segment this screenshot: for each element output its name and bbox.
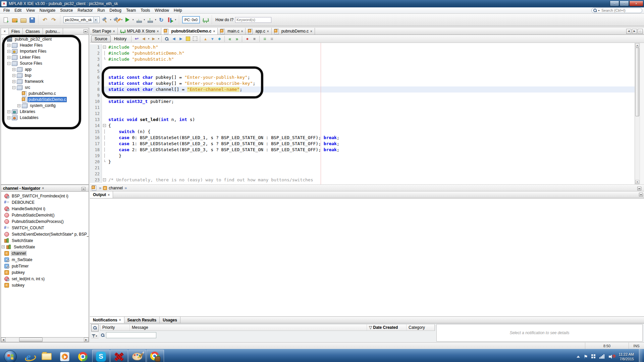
output-body[interactable] [90,198,644,316]
hidden-icons-icon[interactable] [577,356,580,358]
navigator-item[interactable]: PubnubStaticDemoInit() [1,212,89,218]
clean-build-button[interactable] [112,15,121,24]
navigator-header[interactable]: channel - Navigator × [1,185,89,192]
forward-button[interactable] [150,36,157,42]
editor-tab-start-page[interactable]: Start Page× [90,28,118,35]
navigator-item[interactable]: SwitchEventDetector(SwitchState* p, BSP_… [1,231,89,237]
taskbar-ie-button[interactable] [20,350,37,362]
taskbar-skype-button[interactable] [92,350,110,362]
tree-item[interactable]: −pubnub_pic32_client [1,36,89,42]
store-cart-button[interactable] [201,15,210,24]
error-stripe[interactable] [640,43,644,184]
menu-edit[interactable]: Edit [12,8,24,13]
uncomment-button[interactable] [268,36,275,42]
tab-pubnu[interactable]: pubnu... [43,28,63,35]
expand-icon[interactable]: + [7,56,10,59]
menu-run[interactable]: Run [95,8,107,13]
dropdown-arrow-icon[interactable]: ▾ [110,18,111,21]
navigator-item[interactable]: m_SwState [1,256,89,263]
source-view-button[interactable]: Source [91,36,111,42]
redo-button[interactable] [49,15,58,24]
column-header-message[interactable]: Message [130,324,367,330]
previous-bookmark-button[interactable] [202,36,209,42]
vscrollbar-thumb[interactable] [635,48,639,116]
shift-right-button[interactable] [233,36,240,42]
notifications-filter-input[interactable] [106,332,156,338]
expand-icon[interactable]: + [7,50,10,53]
navigator-item[interactable]: SWITCH_COUNT [1,225,89,231]
dropdown-arrow-icon[interactable]: ▾ [148,38,149,40]
notifications-search-button[interactable] [91,324,99,331]
tree-item[interactable]: +Loadables [1,115,89,121]
maximize-window-icon[interactable]: □ [638,29,643,34]
expand-icon[interactable]: + [12,68,15,71]
column-header-date-created[interactable]: ▽ Date Created [367,324,407,330]
scroll-up-icon[interactable]: ▲ [635,43,639,47]
tab-close-icon[interactable]: × [119,318,121,322]
editor-tab-pubnubstaticdemo-c[interactable]: pubnubStaticDemo.c× [161,28,218,35]
tree-item[interactable]: +Linker Files [1,54,89,60]
taskbar-chrome-button[interactable] [74,350,92,362]
new-file-button[interactable] [1,15,10,24]
dropdown-arrow-icon[interactable]: ▾ [155,18,156,21]
fold-column[interactable]: − [102,177,107,183]
menu-navigate[interactable]: Navigate [37,8,58,13]
tab-projects[interactable]: × [1,28,9,35]
minimize-button[interactable]: – [610,1,619,6]
code-editor[interactable]: 1−#include "pubnub.h"2│#include "pubnubS… [90,43,644,184]
c-file-icon[interactable] [92,185,96,190]
find-previous-button[interactable] [170,36,177,42]
back-button[interactable] [140,36,147,42]
window-titlebar[interactable]: × MPLAB X IDE v3.00 - pubnub_pic32_clien… [0,0,644,7]
taskbar-chrome-user-button[interactable] [147,350,164,362]
menu-file[interactable]: File [1,8,12,13]
toggle-highlight-button[interactable] [184,36,191,42]
find-selection-button[interactable] [163,36,170,42]
project-configuration-combo[interactable]: pic32mx_eth_sk▼ [63,16,100,23]
fold-collapse-icon[interactable]: − [103,178,106,181]
tab-close-icon[interactable]: × [310,29,312,33]
stop-macro-button[interactable] [251,36,258,42]
menu-source[interactable]: Source [58,8,75,13]
run-button[interactable] [123,15,132,24]
tab-close-icon[interactable]: × [4,29,6,33]
comment-button[interactable] [261,36,268,42]
volume-muted-icon[interactable] [609,354,615,359]
scroll-tabs-right-icon[interactable]: ▶ [632,29,637,34]
history-view-button[interactable]: History [111,36,129,42]
editor-tab-main-c[interactable]: main.c× [218,28,246,35]
navigator-minimize-icon[interactable] [82,187,86,191]
taskbar-mplab-button[interactable] [110,350,128,362]
next-bookmark-button[interactable] [209,36,216,42]
menu-refactor[interactable]: Refactor [75,8,95,13]
tab-close-icon[interactable]: × [213,29,215,33]
dropdown-arrow-icon[interactable]: ▾ [175,18,176,21]
tab-output[interactable]: Output × [90,191,113,198]
editor-tab-app-c[interactable]: app.c× [246,28,271,35]
notifications-filter-button[interactable]: ▼ [91,332,99,340]
signal-icon[interactable] [599,354,605,359]
menu-window[interactable]: Window [152,8,171,13]
expand-icon[interactable]: + [7,116,10,119]
tree-item[interactable]: −src [1,84,89,90]
last-edit-button[interactable] [133,36,140,42]
navigator-item[interactable]: pubkey [1,269,89,276]
fold-collapse-icon[interactable]: − [103,46,106,49]
show-desktop-button[interactable] [639,349,643,362]
search-scope-dropdown-icon[interactable]: ▼ [598,9,600,12]
navigator-item[interactable]: SwitchState [1,237,89,244]
tab-close-icon[interactable]: × [241,29,243,33]
dropdown-arrow-icon[interactable]: ▾ [158,38,159,40]
tab-search-results[interactable]: Search Results [124,317,160,323]
tab-usages[interactable]: Usages [160,317,180,323]
ide-search-box[interactable]: ▼ [591,8,642,13]
editor-tab-pubnubdemo-c[interactable]: pubnubDemo.c× [272,28,315,35]
menu-help[interactable]: Help [171,8,184,13]
pc-register-field[interactable]: PC: 0x0 [182,16,200,23]
taskbar-start-button[interactable] [2,350,19,362]
fold-column[interactable]: − [102,123,107,129]
tab-close-icon[interactable]: × [267,29,269,33]
taskbar-paint-button[interactable] [128,350,146,362]
menu-view[interactable]: View [24,8,37,13]
maximize-button[interactable]: □ [620,1,629,6]
